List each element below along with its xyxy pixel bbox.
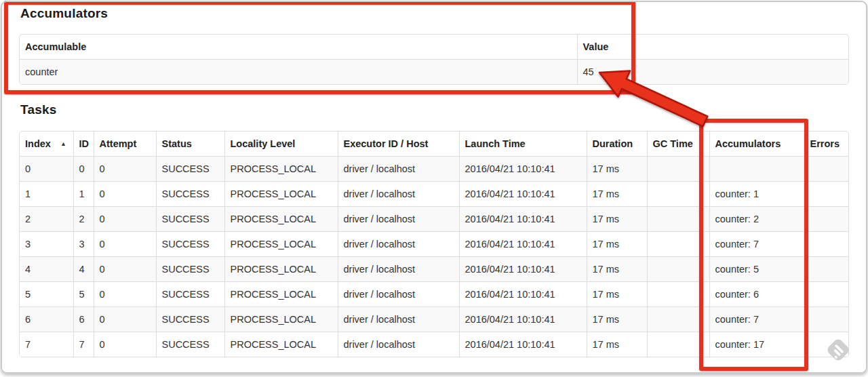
task-cell-id: 5 bbox=[73, 282, 94, 307]
task-row: 2 2 0 SUCCESS PROCESS_LOCAL driver / loc… bbox=[20, 207, 849, 232]
task-cell-errors bbox=[804, 282, 849, 307]
task-cell-launch-time: 2016/04/21 10:10:41 bbox=[459, 282, 587, 307]
column-header-locality-level[interactable]: Locality Level bbox=[224, 132, 338, 157]
task-cell-executor: driver / localhost bbox=[338, 182, 459, 207]
column-header-launch-time[interactable]: Launch Time bbox=[459, 132, 587, 157]
task-cell-accumulators: counter: 7 bbox=[709, 307, 804, 332]
task-cell-accumulators: counter: 17 bbox=[709, 332, 804, 357]
task-cell-executor: driver / localhost bbox=[338, 332, 459, 357]
task-cell-executor: driver / localhost bbox=[338, 307, 459, 332]
task-cell-locality: PROCESS_LOCAL bbox=[224, 332, 338, 357]
task-cell-accumulators: counter: 2 bbox=[709, 207, 804, 232]
task-cell-errors bbox=[804, 332, 849, 357]
task-cell-status: SUCCESS bbox=[156, 232, 224, 257]
task-cell-index: 3 bbox=[20, 232, 73, 257]
task-cell-launch-time: 2016/04/21 10:10:41 bbox=[459, 182, 587, 207]
task-cell-status: SUCCESS bbox=[156, 282, 224, 307]
column-header-value[interactable]: Value bbox=[577, 35, 849, 60]
task-cell-status: SUCCESS bbox=[156, 182, 224, 207]
tasks-header-row: Index▲ ID Attempt Status Locality Level … bbox=[20, 132, 849, 157]
task-cell-errors bbox=[804, 207, 849, 232]
task-cell-duration: 17 ms bbox=[587, 307, 647, 332]
task-cell-id: 3 bbox=[73, 232, 94, 257]
task-cell-id: 0 bbox=[73, 157, 94, 182]
task-cell-attempt: 0 bbox=[94, 182, 156, 207]
task-cell-status: SUCCESS bbox=[156, 332, 224, 357]
task-cell-executor: driver / localhost bbox=[338, 257, 459, 282]
task-cell-gc-time bbox=[647, 307, 709, 332]
task-cell-accumulators: counter: 1 bbox=[709, 182, 804, 207]
task-cell-locality: PROCESS_LOCAL bbox=[224, 182, 338, 207]
task-cell-accumulators: counter: 7 bbox=[709, 232, 804, 257]
accumulators-table: Accumulable Value counter 45 bbox=[19, 34, 849, 85]
task-cell-errors bbox=[804, 232, 849, 257]
task-cell-duration: 17 ms bbox=[587, 332, 647, 357]
task-cell-duration: 17 ms bbox=[587, 232, 647, 257]
task-cell-index: 5 bbox=[20, 282, 73, 307]
task-cell-gc-time bbox=[647, 182, 709, 207]
column-header-id[interactable]: ID bbox=[73, 132, 94, 157]
task-cell-index: 6 bbox=[20, 307, 73, 332]
column-header-index[interactable]: Index▲ bbox=[20, 132, 73, 157]
column-header-gc-time[interactable]: GC Time bbox=[647, 132, 709, 157]
task-cell-locality: PROCESS_LOCAL bbox=[224, 232, 338, 257]
task-cell-locality: PROCESS_LOCAL bbox=[224, 282, 338, 307]
task-cell-executor: driver / localhost bbox=[338, 282, 459, 307]
column-header-errors[interactable]: Errors bbox=[804, 132, 849, 157]
task-row: 3 3 0 SUCCESS PROCESS_LOCAL driver / loc… bbox=[20, 232, 849, 257]
task-cell-locality: PROCESS_LOCAL bbox=[224, 307, 338, 332]
task-cell-status: SUCCESS bbox=[156, 307, 224, 332]
task-cell-gc-time bbox=[647, 257, 709, 282]
task-cell-attempt: 0 bbox=[94, 307, 156, 332]
task-cell-gc-time bbox=[647, 282, 709, 307]
column-header-attempt[interactable]: Attempt bbox=[94, 132, 156, 157]
task-cell-duration: 17 ms bbox=[587, 182, 647, 207]
accumulable-value-cell: 45 bbox=[577, 60, 849, 85]
task-cell-launch-time: 2016/04/21 10:10:41 bbox=[459, 232, 587, 257]
task-cell-index: 2 bbox=[20, 207, 73, 232]
task-cell-duration: 17 ms bbox=[587, 257, 647, 282]
task-cell-gc-time bbox=[647, 332, 709, 357]
task-cell-id: 6 bbox=[73, 307, 94, 332]
column-header-duration[interactable]: Duration bbox=[587, 132, 647, 157]
accumulable-name-cell: counter bbox=[20, 60, 577, 85]
column-header-executor-id-host[interactable]: Executor ID / Host bbox=[338, 132, 459, 157]
accumulators-section-title: Accumulators bbox=[20, 6, 108, 21]
task-cell-duration: 17 ms bbox=[587, 207, 647, 232]
task-cell-gc-time bbox=[647, 207, 709, 232]
task-row: 5 5 0 SUCCESS PROCESS_LOCAL driver / loc… bbox=[20, 282, 849, 307]
accumulator-row: counter 45 bbox=[20, 60, 849, 85]
sort-ascending-icon: ▲ bbox=[60, 140, 66, 147]
task-cell-attempt: 0 bbox=[94, 232, 156, 257]
task-cell-executor: driver / localhost bbox=[338, 232, 459, 257]
index-header-label: Index bbox=[25, 138, 51, 149]
task-cell-duration: 17 ms bbox=[587, 157, 647, 182]
task-cell-errors bbox=[804, 257, 849, 282]
task-cell-launch-time: 2016/04/21 10:10:41 bbox=[459, 257, 587, 282]
task-cell-id: 4 bbox=[73, 257, 94, 282]
task-cell-launch-time: 2016/04/21 10:10:41 bbox=[459, 307, 587, 332]
task-cell-locality: PROCESS_LOCAL bbox=[224, 257, 338, 282]
column-header-status[interactable]: Status bbox=[156, 132, 224, 157]
task-cell-executor: driver / localhost bbox=[338, 157, 459, 182]
task-cell-errors bbox=[804, 157, 849, 182]
task-cell-index: 4 bbox=[20, 257, 73, 282]
task-cell-id: 2 bbox=[73, 207, 94, 232]
task-row: 1 1 0 SUCCESS PROCESS_LOCAL driver / loc… bbox=[20, 182, 849, 207]
task-row: 6 6 0 SUCCESS PROCESS_LOCAL driver / loc… bbox=[20, 307, 849, 332]
task-cell-accumulators: counter: 5 bbox=[709, 257, 804, 282]
task-cell-errors bbox=[804, 182, 849, 207]
task-cell-executor: driver / localhost bbox=[338, 207, 459, 232]
tasks-section-title: Tasks bbox=[20, 102, 56, 117]
task-cell-attempt: 0 bbox=[94, 157, 156, 182]
column-header-accumulable[interactable]: Accumulable bbox=[20, 35, 577, 60]
task-cell-errors bbox=[804, 307, 849, 332]
task-cell-index: 7 bbox=[20, 332, 73, 357]
task-cell-index: 0 bbox=[20, 157, 73, 182]
task-cell-launch-time: 2016/04/21 10:10:41 bbox=[459, 157, 587, 182]
task-row: 7 7 0 SUCCESS PROCESS_LOCAL driver / loc… bbox=[20, 332, 849, 357]
task-row: 0 0 0 SUCCESS PROCESS_LOCAL driver / loc… bbox=[20, 157, 849, 182]
task-cell-index: 1 bbox=[20, 182, 73, 207]
column-header-accumulators[interactable]: Accumulators bbox=[709, 132, 804, 157]
task-cell-attempt: 0 bbox=[94, 207, 156, 232]
